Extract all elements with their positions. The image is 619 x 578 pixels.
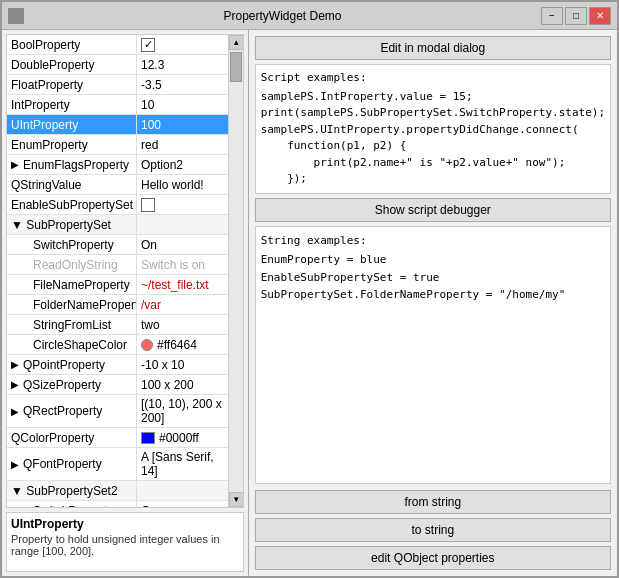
prop-row-readonlystring: ReadOnlyString Switch is on xyxy=(7,255,228,275)
script-examples-area: Script examples: samplePS.IntProperty.va… xyxy=(255,64,611,194)
prop-row-enablesub[interactable]: EnableSubPropertySet xyxy=(7,195,228,215)
script-debugger-button[interactable]: Show script debugger xyxy=(255,198,611,222)
expand-arrow-qsize: ▶ xyxy=(11,379,19,390)
prop-name-enablesub: EnableSubPropertySet xyxy=(7,195,137,214)
prop-row-floatproperty[interactable]: FloatProperty -3.5 xyxy=(7,75,228,95)
prop-value-int: 10 xyxy=(137,95,228,114)
prop-row-foldername[interactable]: FolderNameProperty /var xyxy=(7,295,228,315)
main-content: BoolProperty ✓ DoubleProperty 12.3 Float… xyxy=(2,30,617,576)
prop-row-enumflagsproperty[interactable]: ▶EnumFlagsProperty Option2 xyxy=(7,155,228,175)
prop-value-uint: 100 xyxy=(137,115,228,134)
expand-arrow-qrect: ▶ xyxy=(11,406,19,417)
scroll-thumb[interactable] xyxy=(230,52,242,82)
prop-name-qcolor: QColorProperty xyxy=(7,428,137,447)
description-text: Property to hold unsigned integer values… xyxy=(11,533,239,557)
prop-name-subpropertyset: ▼ SubPropertySet xyxy=(7,215,137,234)
expand-arrow-qpoint: ▶ xyxy=(11,359,19,370)
prop-name-subpropertyset2: ▼ SubPropertySet2 xyxy=(7,481,137,500)
prop-value-readonly: Switch is on xyxy=(137,255,228,274)
restore-button[interactable]: □ xyxy=(565,7,587,25)
prop-row-qfontproperty[interactable]: ▶QFontProperty A [Sans Serif, 14] xyxy=(7,448,228,481)
expand-arrow-enumflags: ▶ xyxy=(11,159,19,170)
scroll-up-arrow[interactable]: ▲ xyxy=(229,35,244,50)
prop-name-foldername: FolderNameProperty xyxy=(7,295,137,314)
prop-name-enumflags: ▶EnumFlagsProperty xyxy=(7,155,137,174)
prop-row-qrectproperty[interactable]: ▶QRectProperty [(10, 10), 200 x 200] xyxy=(7,395,228,428)
property-scrollbar[interactable]: ▲ ▼ xyxy=(228,35,243,507)
prop-name-qfont: ▶QFontProperty xyxy=(7,448,137,480)
prop-value-double: 12.3 xyxy=(137,55,228,74)
prop-name-int: IntProperty xyxy=(7,95,137,114)
description-panel: UIntProperty Property to hold unsigned i… xyxy=(6,512,244,572)
prop-value-enablesub xyxy=(137,195,228,214)
prop-name-readonly: ReadOnlyString xyxy=(7,255,137,274)
property-table-wrapper: BoolProperty ✓ DoubleProperty 12.3 Float… xyxy=(6,34,244,508)
prop-value-enumflags: Option2 xyxy=(137,155,228,174)
window-title: PropertyWidget Demo xyxy=(24,9,541,23)
prop-value-stringfromlist: two xyxy=(137,315,228,334)
prop-name-boolproperty: BoolProperty xyxy=(7,35,137,54)
string-text: EnumProperty = blue EnableSubPropertySet… xyxy=(261,251,605,304)
prop-row-circleshapecolor[interactable]: CircleShapeColor #ff6464 xyxy=(7,335,228,355)
collapse-arrow-sub2: ▼ xyxy=(11,484,23,498)
app-icon xyxy=(8,8,24,24)
prop-name-qstring: QStringValue xyxy=(7,175,137,194)
script-text: samplePS.IntProperty.value = 15; print(s… xyxy=(261,89,605,188)
close-button[interactable]: ✕ xyxy=(589,7,611,25)
to-string-button[interactable]: to string xyxy=(255,518,611,542)
scroll-down-arrow[interactable]: ▼ xyxy=(229,492,244,507)
prop-name-filename: FileNameProperty xyxy=(7,275,137,294)
prop-row-switchproperty1[interactable]: SwitchProperty On xyxy=(7,235,228,255)
prop-value-enum: red xyxy=(137,135,228,154)
prop-row-qstringvalue[interactable]: QStringValue Hello world! xyxy=(7,175,228,195)
left-panel: BoolProperty ✓ DoubleProperty 12.3 Float… xyxy=(2,30,249,576)
prop-value-circleshapecolor: #ff6464 xyxy=(137,335,228,354)
bool-checkbox[interactable]: ✓ xyxy=(141,38,155,52)
prop-name-circleshapecolor: CircleShapeColor xyxy=(7,335,137,354)
prop-name-switch1: SwitchProperty xyxy=(7,235,137,254)
prop-value-switch1: On xyxy=(137,235,228,254)
modal-dialog-button[interactable]: Edit in modal dialog xyxy=(255,36,611,60)
prop-row-stringfromlist[interactable]: StringFromList two xyxy=(7,315,228,335)
description-title: UIntProperty xyxy=(11,517,239,531)
titlebar: PropertyWidget Demo − □ ✕ xyxy=(2,2,617,30)
prop-value-qsize: 100 x 200 xyxy=(137,375,228,394)
prop-row-intproperty[interactable]: IntProperty 10 xyxy=(7,95,228,115)
script-label: Script examples: xyxy=(261,70,605,87)
prop-value-float: -3.5 xyxy=(137,75,228,94)
prop-row-uintproperty[interactable]: UIntProperty 100 xyxy=(7,115,228,135)
prop-name-double: DoubleProperty xyxy=(7,55,137,74)
collapse-arrow-sub: ▼ xyxy=(11,218,23,232)
prop-value-subpropertyset2 xyxy=(137,481,228,500)
prop-value-qfont: A [Sans Serif, 14] xyxy=(137,448,228,480)
property-table: BoolProperty ✓ DoubleProperty 12.3 Float… xyxy=(7,35,228,507)
prop-value-filename[interactable]: ~/test_file.txt xyxy=(137,275,228,294)
minimize-button[interactable]: − xyxy=(541,7,563,25)
prop-name-uint: UIntProperty xyxy=(7,115,137,134)
prop-name-qsize: ▶QSizeProperty xyxy=(7,375,137,394)
circle-color-swatch xyxy=(141,339,153,351)
prop-row-boolproperty[interactable]: BoolProperty ✓ xyxy=(7,35,228,55)
prop-value-subpropertyset xyxy=(137,215,228,234)
prop-row-qcolorproperty[interactable]: QColorProperty #0000ff xyxy=(7,428,228,448)
from-string-button[interactable]: from string xyxy=(255,490,611,514)
edit-qobject-button[interactable]: edit QObject properties xyxy=(255,546,611,570)
string-examples-area: String examples: EnumProperty = blue Ena… xyxy=(255,226,611,485)
prop-row-enumproperty[interactable]: EnumProperty red xyxy=(7,135,228,155)
prop-value-foldername[interactable]: /var xyxy=(137,295,228,314)
bottom-buttons: from string to string edit QObject prope… xyxy=(255,490,611,570)
prop-row-qsizeproperty[interactable]: ▶QSizeProperty 100 x 200 xyxy=(7,375,228,395)
titlebar-controls: − □ ✕ xyxy=(541,7,611,25)
prop-value-qrect: [(10, 10), 200 x 200] xyxy=(137,395,228,427)
enablesub-checkbox[interactable] xyxy=(141,198,155,212)
prop-row-doubleproperty[interactable]: DoubleProperty 12.3 xyxy=(7,55,228,75)
prop-row-switchproperty2[interactable]: SwitchProperty On xyxy=(7,501,228,507)
prop-row-qpointproperty[interactable]: ▶QPointProperty -10 x 10 xyxy=(7,355,228,375)
prop-value-boolproperty: ✓ xyxy=(137,35,228,54)
prop-name-stringfromlist: StringFromList xyxy=(7,315,137,334)
prop-row-subpropertyset[interactable]: ▼ SubPropertySet xyxy=(7,215,228,235)
prop-name-switch2: SwitchProperty xyxy=(7,501,137,507)
prop-row-subpropertyset2[interactable]: ▼ SubPropertySet2 xyxy=(7,481,228,501)
prop-row-filename[interactable]: FileNameProperty ~/test_file.txt xyxy=(7,275,228,295)
prop-name-qpoint: ▶QPointProperty xyxy=(7,355,137,374)
